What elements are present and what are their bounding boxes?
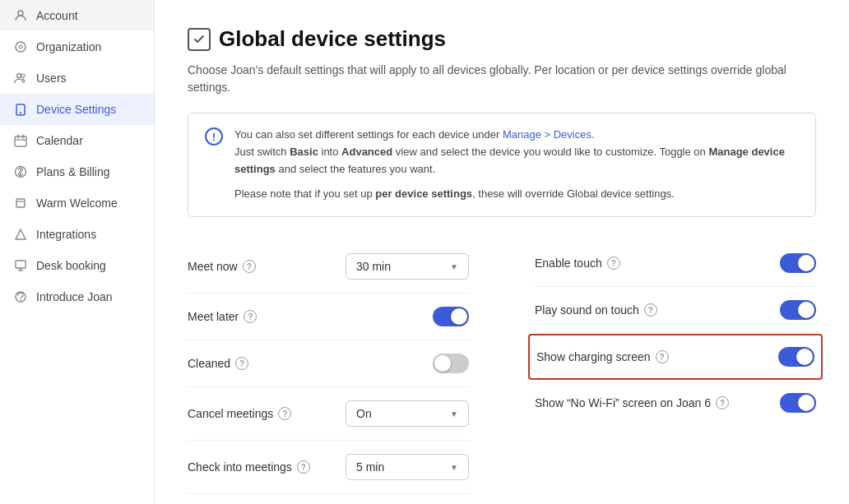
sidebar-label-organization: Organization xyxy=(36,40,101,53)
setting-row-meet-later: Meet later? xyxy=(188,294,469,340)
title-icon xyxy=(188,28,211,51)
desk-booking-icon xyxy=(13,258,28,273)
show-no-wifi-knob xyxy=(798,395,814,411)
warm-welcome-icon xyxy=(13,196,28,210)
meet-now-value: 30 min xyxy=(356,260,391,273)
setting-label-show-no-wifi: Show “No Wi-Fi” screen on Joan 6? xyxy=(535,396,729,409)
svg-point-4 xyxy=(21,74,25,77)
setting-label-meet-now: Meet now? xyxy=(188,260,256,273)
play-sound-on-touch-track[interactable] xyxy=(780,300,816,320)
sidebar-item-device-settings[interactable]: Device Settings xyxy=(0,94,154,125)
play-sound-on-touch-toggle[interactable] xyxy=(780,300,816,320)
introduce-joan-icon xyxy=(13,289,28,304)
show-charging-screen-toggle[interactable] xyxy=(778,347,814,367)
check-into-meetings-dropdown[interactable]: 5 min▼ xyxy=(346,454,469,480)
enable-touch-track[interactable] xyxy=(780,253,816,273)
setting-row-meet-now: Meet now?30 min▼ xyxy=(188,240,469,294)
sidebar-item-integrations[interactable]: Integrations xyxy=(0,219,154,250)
sidebar-label-calendar: Calendar xyxy=(36,134,83,147)
cancel-meetings-dropdown[interactable]: On▼ xyxy=(346,400,469,427)
show-charging-screen-label-text: Show charging screen xyxy=(536,350,651,363)
settings-grid: Meet now?30 min▼Meet later?Cleaned?Cance… xyxy=(188,240,816,504)
setting-row-enable-touch: Enable touch? xyxy=(535,240,816,287)
sidebar-item-introduce-joan[interactable]: Introduce Joan xyxy=(0,281,154,312)
meet-later-toggle[interactable] xyxy=(433,307,469,326)
info-text: You can also set different settings for … xyxy=(234,127,799,203)
sidebar-label-users: Users xyxy=(36,72,67,85)
setting-row-cleaned: Cleaned? xyxy=(188,340,469,387)
sidebar-item-warm-welcome[interactable]: Warm Welcome xyxy=(0,187,154,219)
page-title: Global device settings xyxy=(219,26,446,52)
cleaned-help-icon[interactable]: ? xyxy=(235,357,248,370)
cancel-meetings-help-icon[interactable]: ? xyxy=(278,407,291,420)
show-charging-screen-track[interactable] xyxy=(778,347,814,367)
setting-label-enable-touch: Enable touch? xyxy=(535,257,620,270)
check-into-meetings-arrow: ▼ xyxy=(450,463,458,472)
setting-row-show-charging-screen: Show charging screen? xyxy=(528,334,823,380)
meet-later-track[interactable] xyxy=(433,307,469,326)
setting-label-cancel-meetings: Cancel meetings? xyxy=(188,407,291,420)
device-settings-icon xyxy=(13,102,28,117)
meet-now-arrow: ▼ xyxy=(450,262,458,271)
svg-point-3 xyxy=(17,74,21,78)
cancel-meetings-value: On xyxy=(356,407,372,420)
sidebar-label-introduce-joan: Introduce Joan xyxy=(36,290,113,303)
sidebar-item-plans-billing[interactable]: Plans & Billing xyxy=(0,156,154,187)
meet-later-help-icon[interactable]: ? xyxy=(244,310,257,323)
show-no-wifi-track[interactable] xyxy=(780,393,816,413)
setting-label-check-into-meetings: Check into meetings? xyxy=(188,460,310,474)
play-sound-on-touch-label-text: Play sound on touch xyxy=(535,303,639,317)
sidebar-label-integrations: Integrations xyxy=(36,228,96,241)
cancel-meetings-arrow: ▼ xyxy=(450,409,458,418)
enable-touch-label-text: Enable touch xyxy=(535,257,602,270)
manage-devices-link[interactable]: Manage > Devices. xyxy=(503,128,595,141)
show-charging-screen-help-icon[interactable]: ? xyxy=(656,350,669,363)
show-no-wifi-help-icon[interactable]: ? xyxy=(716,396,729,409)
play-sound-on-touch-help-icon[interactable]: ? xyxy=(644,303,657,317)
sidebar-item-organization[interactable]: Organization xyxy=(0,31,154,62)
svg-point-18 xyxy=(20,299,21,301)
enable-touch-help-icon[interactable]: ? xyxy=(607,257,620,270)
sidebar: AccountOrganizationUsersDevice SettingsC… xyxy=(0,0,155,504)
info-note: Please note that if you set up per devic… xyxy=(234,186,799,203)
setting-label-meet-later: Meet later? xyxy=(188,310,257,323)
svg-point-0 xyxy=(18,11,23,16)
check-into-meetings-help-icon[interactable]: ? xyxy=(297,460,310,474)
show-no-wifi-toggle[interactable] xyxy=(780,393,816,413)
sidebar-item-desk-booking[interactable]: Desk booking xyxy=(0,250,154,281)
sidebar-label-desk-booking: Desk booking xyxy=(36,259,106,272)
sidebar-label-plans-billing: Plans & Billing xyxy=(36,165,110,178)
plans-billing-icon xyxy=(13,164,28,179)
meet-now-help-icon[interactable]: ? xyxy=(243,260,256,273)
meet-later-label-text: Meet later xyxy=(188,310,239,323)
calendar-icon xyxy=(13,133,28,148)
main-content: Global device settings Choose Joan’s def… xyxy=(155,0,849,504)
sidebar-item-users[interactable]: Users xyxy=(0,62,154,94)
sidebar-item-calendar[interactable]: Calendar xyxy=(0,125,154,156)
svg-rect-14 xyxy=(16,261,26,268)
show-charging-screen-knob xyxy=(796,349,813,365)
meet-later-knob xyxy=(451,308,467,325)
enable-touch-toggle[interactable] xyxy=(780,253,816,273)
show-no-wifi-label-text: Show “No Wi-Fi” screen on Joan 6 xyxy=(535,396,711,409)
setting-row-check-into-meetings: Check into meetings?5 min▼ xyxy=(188,441,469,494)
info-advanced: Advanced xyxy=(341,146,392,158)
svg-point-1 xyxy=(16,42,26,52)
info-line1: You can also set different settings for … xyxy=(234,128,503,141)
title-row: Global device settings xyxy=(188,26,816,52)
cancel-meetings-label-text: Cancel meetings xyxy=(188,407,273,420)
sidebar-item-account[interactable]: Account xyxy=(0,0,154,31)
cleaned-track[interactable] xyxy=(433,354,469,373)
cleaned-toggle[interactable] xyxy=(433,354,469,373)
check-into-meetings-value: 5 min xyxy=(356,460,384,474)
cleaned-label-text: Cleaned xyxy=(188,357,230,370)
integrations-icon xyxy=(13,227,28,242)
setting-row-cancel-meetings: Cancel meetings?On▼ xyxy=(188,387,469,441)
info-icon: ! xyxy=(205,127,223,146)
users-icon xyxy=(13,71,28,86)
svg-marker-13 xyxy=(16,229,26,239)
meet-now-dropdown[interactable]: 30 min▼ xyxy=(346,253,469,280)
left-settings-col: Meet now?30 min▼Meet later?Cleaned?Cance… xyxy=(188,240,502,504)
setting-label-play-sound-on-touch: Play sound on touch? xyxy=(535,303,657,317)
check-into-meetings-label-text: Check into meetings xyxy=(188,460,292,474)
